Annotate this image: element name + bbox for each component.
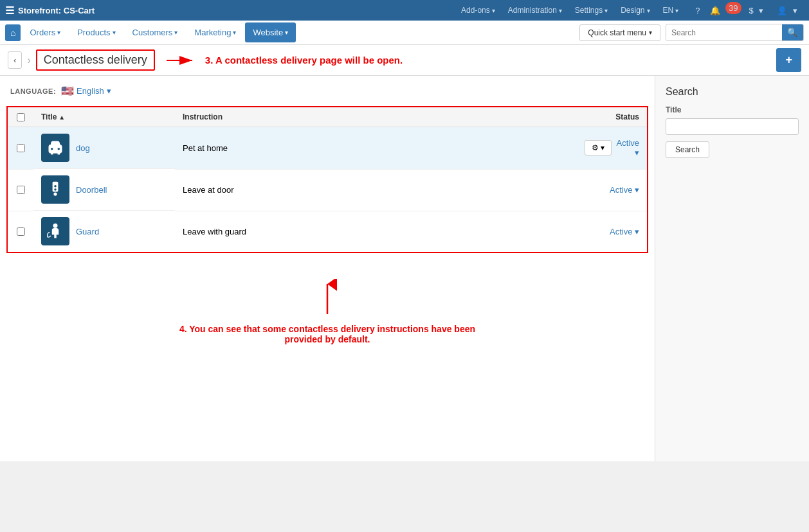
table-header-row: Title Instruction Status	[8, 107, 647, 127]
marketing-nav[interactable]: Marketing ▾	[186, 22, 244, 42]
row-checkbox-1[interactable]	[17, 144, 25, 152]
row-instruction-1: Pet at home	[175, 127, 577, 170]
topnav-settings[interactable]: Settings ▾	[569, 3, 614, 17]
home-button[interactable]: ⌂	[5, 24, 21, 41]
user-icon[interactable]: 👤 ▾	[774, 4, 804, 17]
top-nav: Add-ons ▾ Administration ▾ Settings ▾ De…	[455, 3, 684, 17]
gear-button-1[interactable]: ⚙ ▾	[585, 140, 612, 155]
annotation-arrow-icon	[167, 51, 199, 70]
row-icon-title-2: Doorbell	[33, 169, 175, 211]
page-title: Contactless delivery	[36, 49, 155, 71]
gear-caret: ▾	[601, 143, 604, 152]
sidebar: Search Title Search	[655, 76, 809, 461]
back-icon: ‹	[14, 55, 16, 65]
svg-point-3	[53, 192, 57, 195]
language-label: LANGUAGE:	[10, 87, 56, 95]
top-bar: ☰ Storefront: CS-Cart Add-ons ▾ Administ…	[0, 0, 809, 21]
breadcrumb-separator: ›	[27, 55, 30, 66]
svg-point-5	[54, 188, 57, 191]
row-checkbox-2[interactable]	[17, 186, 25, 194]
language-name: English	[77, 86, 104, 96]
row-instruction-3: Leave with guard	[175, 211, 577, 252]
status-3[interactable]: Active ▾	[610, 227, 639, 236]
th-title[interactable]: Title	[33, 107, 175, 127]
guard-link[interactable]: Guard	[76, 227, 99, 236]
row-check-2	[8, 169, 33, 211]
sidebar-title-input[interactable]	[666, 118, 799, 135]
topnav-administration[interactable]: Administration ▾	[502, 3, 568, 17]
page-header: ‹ › Contactless delivery 3. A contactles…	[0, 45, 809, 76]
brand: ☰ Storefront: CS-Cart	[5, 4, 95, 17]
notification-badge: 39	[725, 2, 741, 14]
annotation-4-text: 4. You can see that some contactless del…	[167, 317, 488, 344]
select-all-checkbox[interactable]	[17, 113, 25, 121]
main-content: LANGUAGE: 🇺🇸 English ▾	[0, 76, 809, 461]
top-bar-icons: ? 🔔 39 $ ▾ 👤 ▾	[692, 4, 804, 17]
row-status-2: Active ▾	[577, 169, 647, 211]
topnav-addons[interactable]: Add-ons ▾	[455, 3, 501, 17]
row-status-3: Active ▾	[577, 211, 647, 252]
flag-icon: 🇺🇸	[61, 85, 74, 97]
gear-icon: ⚙	[592, 143, 599, 152]
th-instruction: Instruction	[175, 107, 577, 127]
language-caret: ▾	[107, 86, 111, 96]
status-caret-1: ▾	[635, 148, 639, 157]
language-bar: LANGUAGE: 🇺🇸 English ▾	[0, 76, 655, 106]
row-icon-title-1: dog	[33, 127, 175, 169]
svg-point-4	[54, 185, 57, 188]
status-caret-2: ▾	[635, 185, 639, 195]
secondary-nav: ⌂ Orders ▾ Products ▾ Customers ▾ Market…	[0, 21, 809, 45]
topnav-design[interactable]: Design ▾	[615, 3, 655, 17]
products-nav[interactable]: Products ▾	[69, 22, 123, 42]
sidebar-title: Search	[666, 86, 799, 98]
row-check-1	[8, 127, 33, 170]
top-search-box: 🔍	[666, 24, 804, 41]
th-status: Status	[577, 107, 647, 127]
annotation-3: 3. A contactless delivery page will be o…	[167, 51, 403, 70]
table-row: dog Pet at home ⚙ ▾ Active	[8, 127, 647, 170]
annotation-4-container: 4. You can see that some contactless del…	[0, 260, 655, 370]
row-instruction-2: Leave at door	[175, 169, 577, 211]
brand-name: Storefront: CS-Cart	[18, 6, 95, 15]
back-button[interactable]: ‹	[8, 51, 22, 69]
th-check	[8, 107, 33, 127]
notifications-icon[interactable]: 🔔 39	[707, 4, 741, 17]
row-checkbox-3[interactable]	[17, 227, 25, 236]
row-status-1: ⚙ ▾ Active ▾	[577, 127, 647, 170]
currency-icon[interactable]: $ ▾	[746, 4, 770, 17]
quick-start-label: Quick start menu	[588, 28, 646, 37]
add-button[interactable]: +	[776, 48, 801, 72]
storefront-icon: ☰	[5, 4, 14, 17]
table-row: Guard Leave with guard Active ▾	[8, 211, 647, 252]
orders-nav[interactable]: Orders ▾	[22, 22, 68, 42]
delivery-table: Title Instruction Status	[8, 107, 647, 252]
doorbell-icon	[41, 175, 69, 204]
top-search-input[interactable]	[666, 25, 782, 40]
language-selector[interactable]: 🇺🇸 English ▾	[61, 85, 111, 97]
row-check-3	[8, 211, 33, 252]
topnav-lang[interactable]: EN ▾	[657, 3, 685, 17]
customers-nav[interactable]: Customers ▾	[125, 22, 186, 42]
doorbell-link[interactable]: Doorbell	[76, 185, 107, 195]
website-nav[interactable]: Website ▾	[245, 22, 296, 42]
arrow-up-icon	[318, 279, 337, 317]
help-icon[interactable]: ?	[692, 4, 703, 17]
status-caret-3: ▾	[635, 227, 639, 236]
status-2[interactable]: Active ▾	[610, 185, 639, 195]
dog-icon	[41, 134, 69, 162]
content-area: LANGUAGE: 🇺🇸 English ▾	[0, 76, 655, 461]
data-table-container: Title Instruction Status	[6, 106, 648, 253]
sidebar-search-button[interactable]: Search	[666, 141, 709, 158]
annotation-3-text: 3. A contactless delivery page will be o…	[205, 55, 403, 66]
row-icon-title-3: Guard	[33, 211, 175, 252]
svg-point-6	[53, 224, 58, 228]
table-row: Doorbell Leave at door Active ▾	[8, 169, 647, 211]
status-1[interactable]: Active ▾	[617, 138, 639, 157]
dog-link[interactable]: dog	[76, 143, 90, 153]
guard-icon	[41, 217, 69, 245]
quick-start-button[interactable]: Quick start menu ▾	[579, 24, 660, 41]
sidebar-title-label: Title	[666, 105, 799, 114]
top-search-button[interactable]: 🔍	[782, 24, 803, 40]
